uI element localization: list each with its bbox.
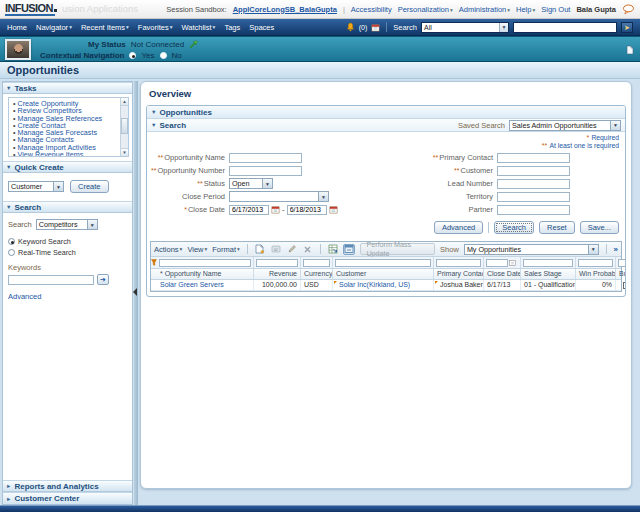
edit-icon[interactable] [286,244,297,255]
global-search-input[interactable] [513,22,617,33]
opportunity-name-link[interactable]: Solar Green Servers [157,280,254,290]
column-header-revenue[interactable]: Revenue [254,269,301,279]
scroll-down-icon[interactable]: ▼ [121,148,128,156]
filter-primary-contact-input[interactable] [436,259,481,267]
avatar[interactable] [5,39,31,60]
mass-update-icon[interactable] [270,244,281,255]
nav-watchlist[interactable]: Watchlist▾ [181,23,215,32]
nav-navigator[interactable]: Navigator▾ [36,23,72,32]
column-header-opportunity-name[interactable]: * Opportunity Name [157,269,254,279]
create-row-icon[interactable] [255,244,266,255]
filter-customer-input[interactable] [335,259,431,267]
date-picker-icon[interactable] [271,205,280,214]
column-header-sales-stage[interactable]: Sales Stage [521,269,576,279]
chat-bubble-icon[interactable] [622,4,635,15]
column-header-close-date[interactable]: Close Date [484,269,521,279]
sidebar-search-panel-header[interactable]: ▼ Search [3,201,132,213]
keywords-go-button[interactable]: ➜ [97,274,109,285]
reports-analytics-panel-header[interactable]: ► Reports and Analytics [3,480,132,492]
alerts-bell-icon[interactable] [346,22,355,32]
filter-close-date-input[interactable] [486,259,508,267]
nav-spaces[interactable]: Spaces [249,23,274,32]
filter-win-probability-input[interactable] [578,259,613,267]
table-row[interactable]: Solar Green Servers 100,000.00 USD Solar… [151,280,621,291]
alerts-count: (0) [359,24,368,31]
create-button[interactable]: Create [70,180,109,193]
partner-input[interactable] [497,205,570,215]
status-select[interactable]: Open ▼ [229,178,273,189]
primary-contact-input[interactable] [497,153,570,163]
show-filter-select[interactable]: My Opportunities ▼ [464,244,599,255]
customer-link[interactable]: Solar Inc(Kirkland, US) [333,280,434,290]
realtime-search-radio[interactable] [8,249,15,256]
saved-search-select[interactable]: Sales Admin Opportunities ▼ [509,120,621,131]
delete-icon[interactable] [302,244,313,255]
personalization-menu[interactable]: Personalization▾ [398,5,453,14]
detach-table-icon[interactable] [343,244,355,255]
filter-budgeted-input[interactable] [618,259,626,267]
sidebar-search-scope-select[interactable]: Competitors ▼ [36,219,98,230]
global-search-go-button[interactable]: ➤ [621,22,633,33]
filter-revenue-input[interactable] [256,259,298,267]
sidebar-advanced-link[interactable]: Advanced [8,292,41,301]
nav-home[interactable]: Home [7,23,27,32]
lead-number-input[interactable] [497,179,570,189]
sign-out-link[interactable]: Sign Out [541,5,570,14]
connection-status-icon[interactable] [189,40,198,49]
column-header-budgeted[interactable]: Budgeted [616,269,626,279]
global-search-scope-select[interactable]: All ▼ [421,22,509,33]
filter-opportunity-name-input[interactable] [159,259,251,267]
budgeted-checkbox[interactable] [623,282,627,289]
filter-currency-input[interactable] [303,259,330,267]
customer-input[interactable] [497,166,570,176]
opportunity-number-input[interactable] [229,166,302,176]
calendar-icon[interactable] [371,23,380,32]
nav-favorites[interactable]: Favorites▾ [138,23,173,32]
nav-recent-items[interactable]: Recent Items▾ [81,23,129,32]
tasks-panel-header[interactable]: ▼ Tasks [3,82,132,94]
filter-date-picker-icon[interactable] [509,259,516,266]
quick-create-panel-header[interactable]: ▼ Quick Create [3,161,132,173]
close-date-to-input[interactable] [287,205,327,215]
session-sandbox-link[interactable]: ApplCoreLongSB_BalaGupta [233,5,337,14]
notes-page-icon[interactable] [626,45,634,55]
save-button[interactable]: Save... [580,221,619,234]
splitter-collapse-icon[interactable] [133,288,137,296]
territory-input[interactable] [497,192,570,202]
accessibility-link[interactable]: Accessibility [351,5,392,14]
search-button[interactable]: Search [494,221,534,234]
nav-tags[interactable]: Tags [224,23,240,32]
search-section-header[interactable]: ▼ Search Saved Search Sales Admin Opport… [147,119,625,132]
quick-create-type-select[interactable]: Customer ▼ [8,181,64,192]
format-menu[interactable]: Format▾ [212,245,240,254]
filter-sales-stage-input[interactable] [523,259,573,267]
export-to-excel-icon[interactable] [328,244,339,255]
column-header-win-probability[interactable]: Win Probability [576,269,616,279]
column-header-customer[interactable]: Customer [333,269,434,279]
column-header-primary-contact[interactable]: Primary Contact [434,269,484,279]
scrollbar-thumb[interactable] [121,118,128,134]
close-date-from-input[interactable] [229,205,269,215]
expand-toolbar-icon[interactable]: » [614,245,618,254]
customer-center-panel-header[interactable]: ► Customer Center [3,492,132,504]
help-menu[interactable]: Help▾ [516,5,535,14]
contextual-yes-radio[interactable] [129,52,136,59]
reset-button[interactable]: Reset [539,221,575,234]
advanced-button[interactable]: Advanced [434,221,483,234]
opportunities-section-header[interactable]: ▼ Opportunities [147,106,625,119]
primary-contact-cell[interactable]: Joshua Baker [434,280,484,290]
view-menu[interactable]: View▾ [187,245,207,254]
column-header-currency[interactable]: Currency [301,269,333,279]
filter-icon[interactable] [151,259,157,266]
close-period-select[interactable]: ▼ [229,191,329,202]
date-picker-icon[interactable] [329,205,338,214]
keyword-search-radio[interactable] [8,238,15,245]
scrollbar[interactable]: ▲ ▼ [120,98,128,156]
scroll-up-icon[interactable]: ▲ [121,98,128,106]
actions-menu[interactable]: Actions▾ [154,245,182,254]
opportunity-name-input[interactable] [229,153,302,163]
contextual-no-radio[interactable] [160,52,167,59]
keywords-input[interactable] [8,275,94,285]
task-link[interactable]: View Revenue Items [13,151,118,157]
administration-menu[interactable]: Administration▾ [459,5,510,14]
